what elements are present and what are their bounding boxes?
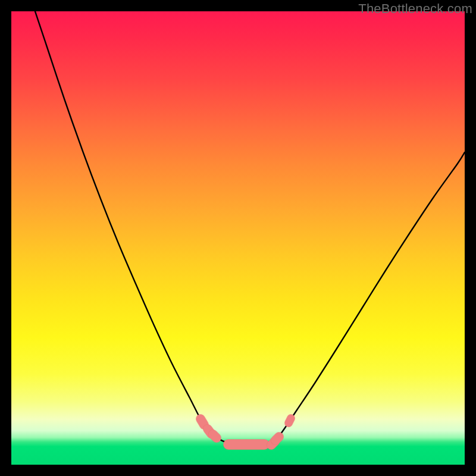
chart-frame: TheBottleneck.com	[0, 0, 476, 476]
bottleneck-curve	[35, 11, 465, 444]
bottleneck-curve-svg	[11, 11, 465, 465]
curve-marker	[213, 434, 217, 438]
curve-marker	[201, 419, 204, 425]
watermark-text: TheBottleneck.com	[358, 1, 472, 17]
curve-marker	[289, 418, 291, 423]
curve-marker	[275, 437, 279, 440]
plot-area	[11, 11, 465, 465]
curve-markers	[201, 418, 291, 445]
